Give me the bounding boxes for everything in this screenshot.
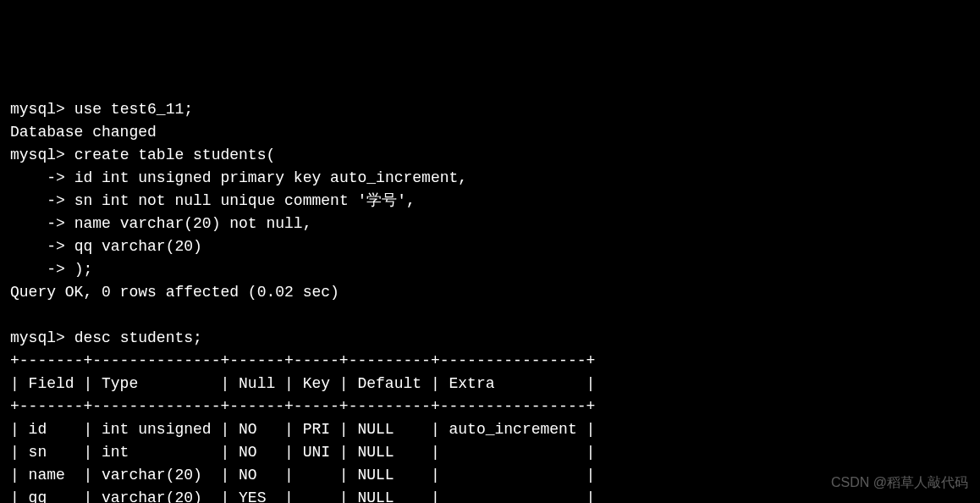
sql-line: qq varchar(20) (74, 238, 202, 255)
db-changed-msg: Database changed (10, 124, 157, 141)
query-ok-msg: Query OK, 0 rows affected (0.02 sec) (10, 284, 339, 301)
mysql-prompt: mysql> (10, 101, 65, 118)
table-header: | Field | Type | Null | Key | Default | … (10, 375, 595, 392)
table-border: +-------+--------------+------+-----+---… (10, 398, 595, 415)
watermark: CSDN @稻草人敲代码 (831, 473, 968, 493)
table-row: | id | int unsigned | NO | PRI | NULL | … (10, 421, 595, 438)
continuation-arrow: -> (10, 238, 65, 255)
sql-line: id int unsigned primary key auto_increme… (74, 169, 467, 186)
sql-command: desc students; (74, 329, 202, 346)
sql-command: create table students( (74, 146, 276, 163)
terminal-output: mysql> use test6_11; Database changed my… (10, 98, 970, 503)
continuation-arrow: -> (10, 261, 65, 278)
sql-line: sn int not null unique comment '学号', (74, 192, 416, 209)
sql-line: name varchar(20) not null, (74, 215, 312, 232)
sql-line: ); (74, 261, 93, 278)
continuation-arrow: -> (10, 169, 65, 186)
continuation-arrow: -> (10, 215, 65, 232)
table-border: +-------+--------------+------+-----+---… (10, 352, 595, 369)
table-row: | sn | int | NO | UNI | NULL | | (10, 444, 595, 461)
sql-command: use test6_11; (74, 101, 193, 118)
table-row: | qq | varchar(20) | YES | | NULL | | (10, 489, 595, 503)
continuation-arrow: -> (10, 192, 65, 209)
mysql-prompt: mysql> (10, 329, 65, 346)
table-row: | name | varchar(20) | NO | | NULL | | (10, 467, 595, 484)
mysql-prompt: mysql> (10, 146, 65, 163)
